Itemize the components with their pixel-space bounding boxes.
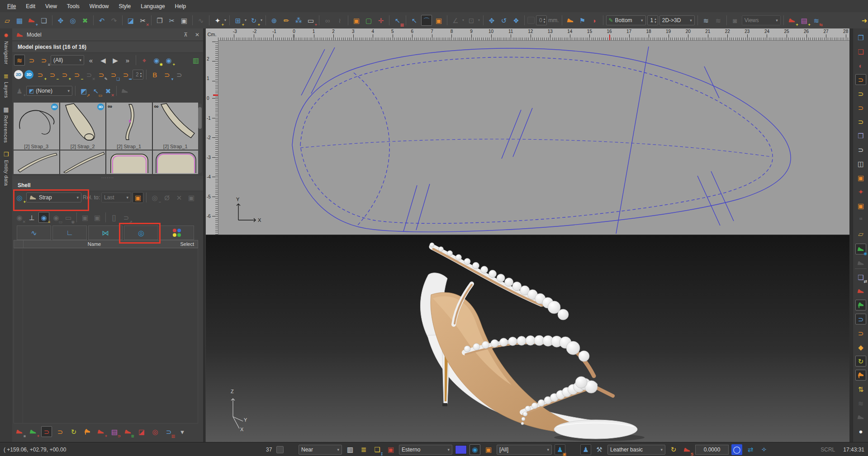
mode-combo[interactable]: 2D->3D▾ bbox=[659, 15, 695, 25]
flag-icon[interactable]: ◪ bbox=[136, 426, 147, 437]
menu-file[interactable]: File bbox=[3, 2, 20, 11]
status-checkbox[interactable] bbox=[276, 446, 284, 453]
wedge-icon[interactable]: ◆ bbox=[855, 342, 866, 353]
views-lock-icon[interactable]: ◙ bbox=[730, 15, 740, 26]
tab-cross[interactable]: ⋈ bbox=[88, 226, 123, 240]
curve-select-icon[interactable]: ⌒ bbox=[421, 15, 432, 26]
folder-camera-icon[interactable]: ▱ bbox=[855, 228, 866, 239]
badge-2d[interactable]: 2D bbox=[14, 70, 23, 79]
panel-splitter[interactable]: ······· bbox=[12, 176, 203, 179]
select-grid-icon[interactable]: ↖▦ bbox=[392, 15, 403, 26]
symmetry-icon[interactable]: ⊕ bbox=[269, 15, 280, 26]
pin-icon[interactable]: ⊼ bbox=[184, 32, 188, 38]
piece-thumbnail[interactable] bbox=[14, 150, 59, 174]
export-pieces-icon[interactable]: ▥ bbox=[190, 55, 201, 66]
export-model-icon[interactable]: ❏ bbox=[38, 15, 49, 26]
circle-arrow2-icon[interactable]: ↻ bbox=[855, 356, 866, 367]
lock-icon[interactable]: ▣ bbox=[433, 15, 444, 26]
target-remove-icon[interactable]: ◎− bbox=[149, 192, 160, 203]
close-icon[interactable]: ✕ bbox=[195, 32, 199, 38]
viewport-3d[interactable]: Z Y X bbox=[206, 235, 849, 442]
barcode-icon[interactable]: ▥ bbox=[345, 444, 356, 455]
tab-corner[interactable]: ∟ bbox=[52, 226, 87, 240]
shoe-off-icon[interactable] bbox=[855, 412, 866, 423]
lock-window-icon[interactable]: ▣ bbox=[855, 172, 866, 183]
sync-icon[interactable]: ⇄ bbox=[745, 444, 756, 455]
layer-copy-icon[interactable]: ❏↧ bbox=[372, 444, 383, 455]
visibility-box-icon[interactable]: ◉▭ bbox=[51, 212, 62, 223]
show-all-icon[interactable]: ◉✱ bbox=[151, 55, 162, 66]
oval-icon[interactable]: ◯ bbox=[731, 444, 742, 455]
paste-icon[interactable]: ▣ bbox=[179, 15, 190, 26]
measure-icon[interactable]: ▭+ bbox=[305, 15, 316, 26]
guides-icon[interactable]: ⊞+▾ bbox=[232, 15, 243, 26]
show-selected-icon[interactable]: ◉+ bbox=[163, 55, 174, 66]
piece-outline2-icon[interactable]: ⊃ bbox=[855, 144, 866, 155]
piece-thumbnail[interactable]: 3D[2] Strap_2 bbox=[60, 103, 106, 150]
sidebar-tab-entity-data[interactable]: ❒Entity data bbox=[4, 151, 9, 186]
views-combo[interactable]: Views▾ bbox=[742, 15, 781, 25]
mannequin-icon[interactable]: ♟ bbox=[580, 444, 591, 455]
shoe-list-icon[interactable]: ≡ bbox=[14, 426, 25, 437]
piece-thumbnail[interactable] bbox=[153, 150, 199, 174]
target-combo[interactable]: Strap▾ bbox=[26, 193, 81, 202]
menu-tools[interactable]: Tools bbox=[62, 2, 84, 11]
group-select-icon[interactable]: ↖▭ bbox=[90, 85, 101, 96]
redo-icon[interactable]: ↷ bbox=[109, 15, 119, 26]
hide-x-icon[interactable]: ◉✕ bbox=[14, 212, 25, 223]
camera-red-icon[interactable]: ◎ bbox=[150, 426, 161, 437]
heel-icon[interactable] bbox=[82, 426, 93, 437]
bracket-icon[interactable]: [] bbox=[109, 212, 119, 223]
menu-language[interactable]: Language bbox=[136, 2, 169, 11]
unlock-small-icon[interactable]: ▣ bbox=[80, 212, 90, 223]
piece-mirror-icon[interactable]: ⊃➥ bbox=[120, 69, 131, 80]
zoom-fit-icon[interactable]: ✖ bbox=[80, 15, 90, 26]
circle-arrow-icon[interactable]: ↻ bbox=[68, 426, 79, 437]
grid-lock-icon[interactable]: ▣ bbox=[351, 15, 362, 26]
menu-help[interactable]: Help bbox=[171, 2, 191, 11]
copy-icon[interactable]: ❐ bbox=[154, 15, 165, 26]
save-icon[interactable]: ▦ bbox=[14, 15, 25, 26]
palette-shoe-icon[interactable]: ▤⊃ bbox=[109, 426, 120, 437]
freehand-icon[interactable]: ≀ bbox=[334, 15, 345, 26]
prev-piece-icon[interactable]: ◀ bbox=[98, 55, 109, 66]
selection-filter-combo[interactable]: [All]▾ bbox=[497, 445, 552, 455]
canvas-2d[interactable]: Y X bbox=[218, 40, 849, 235]
sidebar-tab-layers[interactable]: ≣Layers bbox=[4, 73, 9, 98]
pieces-filter-combo[interactable]: (All)▾ bbox=[51, 55, 84, 65]
offset-spinner[interactable]: 0▴▾ bbox=[536, 15, 547, 25]
piece-window-icon[interactable]: ⊃ bbox=[855, 74, 866, 85]
open-icon[interactable]: ▱ bbox=[2, 15, 13, 26]
undo-icon[interactable]: ↶ bbox=[96, 15, 107, 26]
list-stitch-filter-icon[interactable]: ≋ bbox=[14, 55, 25, 66]
flatten-icon[interactable]: ≋ bbox=[701, 15, 711, 26]
orbit-icon[interactable]: ↺ bbox=[498, 15, 509, 26]
shoe-s-icon[interactable]: S bbox=[682, 444, 693, 455]
group-shoe-icon[interactable] bbox=[119, 85, 130, 96]
menu-window[interactable]: Window bbox=[85, 2, 114, 11]
piece-thumbnail[interactable]: ∞[2] Strap_1 bbox=[153, 103, 199, 150]
pieces-off-icon[interactable]: ≋ bbox=[855, 398, 866, 409]
piece-count-spinner[interactable]: 2▴▾ bbox=[133, 70, 143, 80]
shoe-bars-icon[interactable]: ⊃▥ bbox=[163, 426, 174, 437]
figure-lock-icon[interactable]: ♟▣ bbox=[555, 444, 565, 455]
shoe-outline-orange-icon[interactable]: ⊃ bbox=[55, 426, 66, 437]
last-icon[interactable]: ◗ bbox=[589, 15, 600, 26]
cube-window-icon[interactable]: ❒ bbox=[855, 130, 866, 141]
layers-icon[interactable]: ≣ bbox=[358, 444, 369, 455]
group-combo[interactable]: ◩(None)▾ bbox=[26, 86, 72, 96]
curves-icon[interactable]: ∿ bbox=[195, 15, 206, 26]
piece-delete-icon[interactable]: ⊃✕ bbox=[84, 69, 95, 80]
heel-orange-icon[interactable] bbox=[855, 370, 866, 381]
shoe-eye-off-icon[interactable] bbox=[855, 258, 866, 268]
list-lines-filter-icon[interactable]: ⊃≡ bbox=[38, 55, 49, 66]
measure-eye-icon[interactable]: ▭◉ bbox=[63, 212, 74, 223]
anvil-icon[interactable]: ⊥ bbox=[26, 212, 37, 223]
group-assign-icon[interactable]: ◩➚ bbox=[78, 85, 89, 96]
tab-target[interactable]: ◎ bbox=[124, 226, 158, 240]
shoe-orange-icon[interactable]: ⊃ bbox=[855, 328, 866, 338]
lock-window2-icon[interactable]: ▣ bbox=[855, 200, 866, 211]
stitch-piece-icon[interactable] bbox=[565, 15, 576, 26]
near-combo[interactable]: Near▾ bbox=[299, 445, 342, 455]
piece-thumbnail[interactable] bbox=[60, 150, 106, 174]
